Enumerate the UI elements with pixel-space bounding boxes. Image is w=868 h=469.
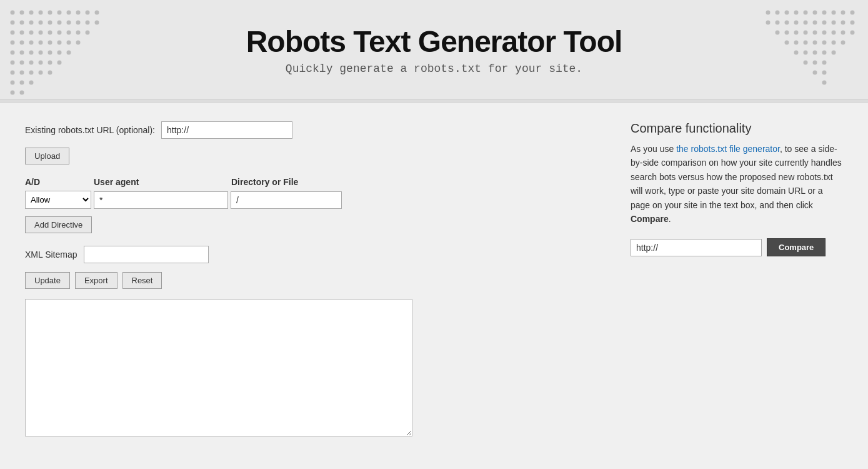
- svg-point-27: [76, 31, 81, 35]
- svg-point-7: [76, 11, 81, 15]
- dots-left-svg: [0, 0, 112, 99]
- reset-button[interactable]: Reset: [122, 272, 162, 289]
- svg-point-57: [29, 81, 34, 85]
- svg-point-34: [57, 41, 62, 45]
- svg-point-82: [794, 31, 799, 35]
- svg-point-20: [11, 31, 15, 35]
- svg-point-104: [813, 71, 817, 75]
- svg-point-62: [785, 11, 789, 15]
- svg-point-88: [851, 31, 855, 35]
- svg-point-10: [11, 21, 15, 25]
- directory-input[interactable]: [231, 191, 342, 209]
- col-header-agent: User agent: [94, 177, 231, 187]
- svg-point-11: [20, 21, 24, 25]
- existing-url-input[interactable]: [161, 121, 292, 139]
- svg-point-58: [11, 91, 15, 95]
- compare-desc-end: .: [669, 214, 671, 224]
- svg-point-87: [841, 31, 846, 35]
- svg-point-2: [29, 11, 34, 15]
- sitemap-row: XML Sitemap: [25, 246, 606, 263]
- svg-point-15: [57, 21, 62, 25]
- svg-point-9: [95, 11, 99, 15]
- add-directive-row: Add Directive: [25, 214, 606, 233]
- svg-point-6: [67, 11, 71, 15]
- svg-point-85: [822, 31, 827, 35]
- svg-point-38: [20, 51, 24, 55]
- compare-link[interactable]: the robots.txt file generator: [676, 144, 780, 154]
- compare-button[interactable]: Compare: [767, 238, 826, 256]
- compare-input-row: Compare: [631, 238, 843, 256]
- svg-point-86: [832, 31, 836, 35]
- svg-point-8: [86, 11, 90, 15]
- svg-point-18: [86, 21, 90, 25]
- svg-point-97: [804, 51, 808, 55]
- svg-point-49: [57, 61, 62, 65]
- svg-point-41: [48, 51, 52, 55]
- svg-point-42: [57, 51, 62, 55]
- svg-point-43: [67, 51, 71, 55]
- directives-header: A/D User agent Directory or File: [25, 177, 606, 187]
- svg-point-99: [822, 51, 827, 55]
- svg-point-40: [39, 51, 43, 55]
- svg-point-5: [57, 11, 62, 15]
- svg-point-71: [776, 21, 780, 25]
- svg-point-12: [29, 21, 34, 25]
- svg-point-76: [822, 21, 827, 25]
- svg-point-33: [48, 41, 52, 45]
- svg-point-69: [851, 11, 855, 15]
- compare-bold: Compare: [631, 214, 669, 224]
- svg-point-66: [822, 11, 827, 15]
- svg-point-64: [804, 11, 808, 15]
- svg-point-96: [794, 51, 799, 55]
- update-button[interactable]: Update: [25, 272, 70, 289]
- svg-point-80: [776, 31, 780, 35]
- svg-point-89: [785, 41, 789, 45]
- page-subtitle: Quickly generate a robots.txt for your s…: [286, 63, 582, 75]
- left-panel: Existing robots.txt URL (optional): Uplo…: [25, 121, 606, 438]
- svg-point-100: [832, 51, 836, 55]
- dots-left-decoration: [0, 0, 112, 99]
- compare-url-input[interactable]: [631, 239, 762, 256]
- svg-point-50: [11, 71, 15, 75]
- directive-row: Allow Disallow: [25, 191, 606, 209]
- svg-point-70: [766, 21, 771, 25]
- svg-point-26: [67, 31, 71, 35]
- sitemap-label: XML Sitemap: [25, 250, 77, 260]
- svg-point-81: [785, 31, 789, 35]
- export-button[interactable]: Export: [75, 272, 117, 289]
- upload-button[interactable]: Upload: [25, 148, 69, 164]
- svg-point-0: [11, 11, 15, 15]
- svg-point-21: [20, 31, 24, 35]
- col-header-ad: A/D: [25, 177, 94, 187]
- svg-point-73: [794, 21, 799, 25]
- user-agent-input[interactable]: [94, 191, 228, 209]
- svg-point-25: [57, 31, 62, 35]
- dots-right-svg: [756, 0, 868, 99]
- col-header-dir: Directory or File: [231, 177, 344, 187]
- svg-point-106: [822, 81, 827, 85]
- svg-point-61: [776, 11, 780, 15]
- upload-row: Upload: [25, 148, 606, 164]
- output-textarea[interactable]: [25, 299, 412, 436]
- compare-title: Compare functionality: [631, 121, 843, 136]
- svg-point-46: [29, 61, 34, 65]
- svg-point-94: [832, 41, 836, 45]
- svg-point-60: [766, 11, 771, 15]
- svg-point-77: [832, 21, 836, 25]
- svg-point-98: [813, 51, 817, 55]
- svg-point-4: [48, 11, 52, 15]
- svg-point-56: [20, 81, 24, 85]
- add-directive-button[interactable]: Add Directive: [25, 216, 92, 233]
- action-buttons: Update Export Reset: [25, 272, 606, 289]
- svg-point-48: [48, 61, 52, 65]
- svg-point-103: [822, 61, 827, 65]
- ad-select[interactable]: Allow Disallow: [25, 191, 91, 209]
- existing-url-label: Existing robots.txt URL (optional):: [25, 125, 155, 135]
- svg-point-105: [822, 71, 827, 75]
- svg-point-47: [39, 61, 43, 65]
- svg-point-92: [813, 41, 817, 45]
- svg-point-32: [39, 41, 43, 45]
- page-header: Robots Text Generator Tool Quickly gener…: [0, 0, 868, 100]
- svg-point-93: [822, 41, 827, 45]
- sitemap-input[interactable]: [84, 246, 209, 263]
